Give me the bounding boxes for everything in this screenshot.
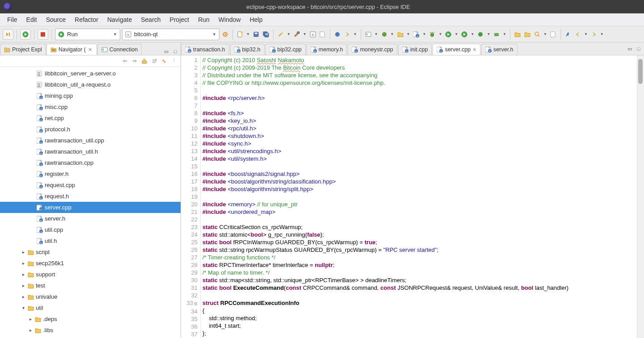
maximize-icon[interactable]: □	[172, 48, 179, 55]
search-button[interactable]	[533, 29, 541, 40]
editor-tab-init-cpp[interactable]: init.cpp	[398, 44, 432, 55]
minimize-icon[interactable]: ▭	[626, 45, 633, 52]
close-icon[interactable]: ✕	[472, 47, 476, 53]
expander-icon[interactable]: ▾	[21, 305, 26, 310]
expander-icon[interactable]: ▸	[21, 283, 26, 288]
build-target-button[interactable]	[309, 29, 317, 40]
tree-file-mining-cpp[interactable]: mining.cpp	[0, 90, 181, 101]
tree-folder-support[interactable]: ▸support	[0, 269, 181, 280]
pin-editor-button[interactable]	[564, 29, 572, 40]
hammer-button[interactable]	[293, 29, 301, 40]
tree-file-rawtransaction-cpp[interactable]: rawtransaction.cpp	[0, 157, 181, 168]
collapse-all-icon[interactable]	[150, 57, 158, 65]
run-button[interactable]	[20, 29, 31, 40]
open-task-button[interactable]	[549, 29, 557, 40]
tree-file-server-cpp[interactable]: server.cpp	[0, 202, 181, 213]
stop-button[interactable]	[38, 29, 48, 40]
tree-file-util-h[interactable]: util.h	[0, 235, 181, 246]
new-connection-button[interactable]	[364, 29, 372, 40]
tree-folder-util[interactable]: ▾util	[0, 302, 181, 313]
toggle-mark-button[interactable]	[333, 29, 341, 40]
maximize-icon[interactable]: □	[635, 45, 642, 52]
forward-button[interactable]	[590, 29, 598, 40]
editor-tab-bip32-h[interactable]: bip32.h	[230, 44, 265, 55]
profile-button[interactable]	[476, 29, 484, 40]
build-misc-button[interactable]	[319, 29, 327, 40]
tree-folder-univalue[interactable]: ▸univalue	[0, 291, 181, 302]
wand-button[interactable]	[277, 29, 285, 40]
coverage-button[interactable]	[460, 29, 468, 40]
close-icon[interactable]: ✕	[88, 47, 93, 52]
save-all-button[interactable]	[262, 29, 270, 40]
tree-file-request-cpp[interactable]: request.cpp	[0, 179, 181, 191]
menu-file[interactable]: File	[3, 14, 22, 25]
tree-file-rawtransaction-util-h[interactable]: rawtransaction_util.h	[0, 146, 181, 157]
editor-tab-server-cpp[interactable]: server.cpp✕	[433, 44, 480, 55]
editor-tab-moneystr-cpp[interactable]: moneystr.cpp	[348, 44, 397, 55]
tree-file-misc-cpp[interactable]: misc.cpp	[0, 101, 181, 113]
editor-tab-memory-h[interactable]: memory.h	[307, 44, 347, 55]
expander-icon[interactable]: ▸	[21, 294, 26, 299]
menu-navigate[interactable]: Navigate	[103, 14, 136, 25]
new-class-button[interactable]	[380, 29, 388, 40]
editor-tab-transaction-h[interactable]: transaction.h	[181, 44, 229, 55]
menu-search[interactable]: Search	[136, 14, 165, 25]
tree-file-libbitcoin-util-a-request-o[interactable]: libbitcoin_util_a-request.o	[0, 79, 181, 90]
tree-file-net-cpp[interactable]: net.cpp	[0, 113, 181, 124]
open-type-button[interactable]	[514, 29, 522, 40]
launch-target-combo[interactable]: bitcoin-qt ▼	[122, 29, 219, 40]
tree-folder-script[interactable]: ▸script	[0, 246, 181, 258]
scrollbar-thumb[interactable]	[638, 59, 643, 84]
tree-folder--deps[interactable]: ▸.deps	[0, 313, 181, 325]
tree-file-register-h[interactable]: register.h	[0, 168, 181, 179]
back-icon[interactable]: ⇦	[121, 57, 129, 65]
config-gear-icon[interactable]	[221, 29, 229, 40]
open-element-button[interactable]	[523, 29, 531, 40]
run-config-combo[interactable]: Run ▼	[55, 29, 120, 40]
editor-tab-bip32-cpp[interactable]: bip32.cpp	[265, 44, 306, 55]
menu-project[interactable]: Project	[165, 14, 194, 25]
view-tab-navigator-[interactable]: Navigator (✕	[46, 44, 97, 55]
run2-button[interactable]	[444, 29, 452, 40]
ext-tools-button[interactable]	[492, 29, 501, 40]
editor-tab-server-h[interactable]: server.h	[481, 44, 517, 55]
new-source-button[interactable]	[412, 29, 420, 40]
menu-refactor[interactable]: Refactor	[70, 14, 103, 25]
menu-help[interactable]: Help	[245, 14, 267, 25]
tree-file-libbitcoin-server-a-server-o[interactable]: libbitcoin_server_a-server.o	[0, 68, 181, 79]
link-editor-icon[interactable]	[160, 57, 168, 65]
tree-file-server-h[interactable]: server.h	[0, 213, 181, 224]
next-annotation-button[interactable]	[343, 29, 351, 40]
debug-button[interactable]	[428, 29, 436, 40]
minimize-icon[interactable]: ▭	[163, 48, 170, 55]
menu-run[interactable]: Run	[194, 14, 214, 25]
tree-folder-test[interactable]: ▸test	[0, 280, 181, 291]
save-button[interactable]	[252, 29, 260, 40]
view-tab-connection[interactable]: Connection	[97, 44, 142, 55]
new-button[interactable]	[236, 29, 244, 40]
forward-icon[interactable]: ⇨	[130, 57, 139, 65]
file-tree[interactable]: libbitcoin_server_a-server.olibbitcoin_u…	[0, 67, 181, 338]
up-icon[interactable]	[140, 57, 148, 65]
tree-file-util-cpp[interactable]: util.cpp	[0, 224, 181, 235]
expander-icon[interactable]: ▸	[21, 261, 26, 266]
tree-folder-secp256k1[interactable]: ▸secp256k1	[0, 258, 181, 269]
code-content[interactable]: // Copyright (c) 2010 Satoshi Nakamoto//…	[201, 55, 637, 338]
tree-file-protocol-h[interactable]: protocol.h	[0, 124, 181, 135]
tree-file-dirstamp[interactable]: dirstamp	[0, 336, 181, 338]
menu-window[interactable]: Window	[214, 14, 245, 25]
tree-file-rawtransaction-util-cpp[interactable]: rawtransaction_util.cpp	[0, 135, 181, 146]
skip-button[interactable]	[3, 29, 13, 40]
menu-source[interactable]: Source	[42, 14, 70, 25]
new-folder-button[interactable]	[396, 29, 404, 40]
code-editor[interactable]: 1234567891011121314151617181920212223242…	[181, 55, 644, 338]
expander-icon[interactable]: ▸	[21, 250, 26, 255]
expander-icon[interactable]: ▸	[21, 272, 26, 277]
expander-icon[interactable]: ▸	[28, 328, 33, 333]
back-button[interactable]	[574, 29, 582, 40]
view-tab-project-expl[interactable]: Project Expl	[0, 44, 46, 55]
menu-edit[interactable]: Edit	[22, 14, 42, 25]
tree-file-request-h[interactable]: request.h	[0, 191, 181, 202]
scrollbar[interactable]	[637, 55, 644, 338]
tree-folder--libs[interactable]: ▸.libs	[0, 325, 181, 336]
